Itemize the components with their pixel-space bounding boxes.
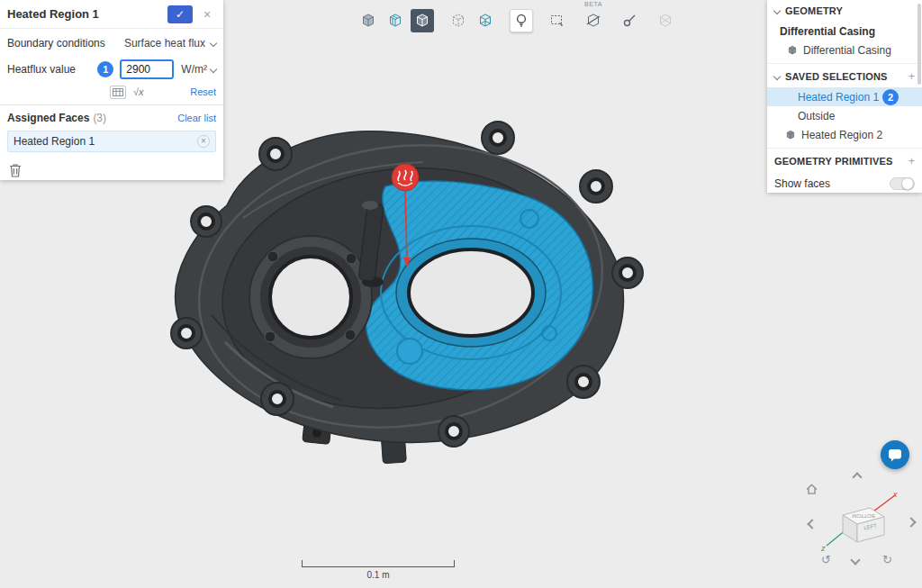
heatflux-label: Heatflux value xyxy=(7,63,76,76)
rotate-left-icon[interactable] xyxy=(807,519,817,529)
selection-label: Heated Region 1 xyxy=(798,91,879,104)
selection-item-heated-region-1[interactable]: Heated Region 1 2 xyxy=(767,87,922,106)
solid-view-icon[interactable] xyxy=(357,9,380,32)
selection-item-outside[interactable]: Outside xyxy=(767,106,922,125)
panel-title: Heated Region 1 xyxy=(7,7,99,21)
scale-bar-label: 0.1 m xyxy=(302,570,455,580)
chevron-down-icon xyxy=(210,40,217,47)
geometry-primitives-header[interactable]: GEOMETRY PRIMITIVES + xyxy=(767,150,922,172)
toggle-knob xyxy=(901,177,914,190)
geometry-section-header[interactable]: GEOMETRY xyxy=(767,0,922,22)
chat-icon xyxy=(888,448,902,462)
cube-top-face-label: BOTTOM xyxy=(852,513,875,519)
boundary-conditions-row: Boundary conditions Surface heat flux xyxy=(0,31,223,56)
divider xyxy=(767,63,922,64)
reset-link[interactable]: Reset xyxy=(190,86,216,97)
probe-point-icon[interactable] xyxy=(618,9,641,32)
wireframe-view-icon[interactable] xyxy=(474,9,497,32)
trash-row xyxy=(0,156,223,186)
selection-label: Heated Region 2 xyxy=(801,129,882,141)
geometry-header-label: GEOMETRY xyxy=(785,5,843,16)
roll-ccw-icon[interactable]: ↺ xyxy=(821,553,831,566)
chevron-down-icon xyxy=(773,73,781,80)
step-badge-1: 1 xyxy=(97,61,113,77)
show-hidden-bulb-icon[interactable] xyxy=(510,9,533,32)
beta-label: BETA xyxy=(584,1,602,7)
chevron-down-icon xyxy=(773,7,781,14)
support-chat-button[interactable] xyxy=(881,440,909,469)
boundary-conditions-value: Surface heat flux xyxy=(124,37,205,50)
show-faces-toggle[interactable] xyxy=(890,177,915,190)
geometry-child-label: Differential Casing xyxy=(803,44,891,57)
step-badge-2: 2 xyxy=(882,89,899,105)
home-view-icon[interactable] xyxy=(805,483,818,499)
unit-select[interactable]: W/m² xyxy=(181,63,216,76)
assigned-faces-count: (3) xyxy=(93,112,106,124)
x-axis-label: x xyxy=(892,490,898,499)
box-select-icon[interactable] xyxy=(546,9,569,32)
scale-bar-line xyxy=(302,560,455,567)
geometry-root-item[interactable]: Differential Casing xyxy=(767,22,922,41)
assigned-face-label: Heated Region 1 xyxy=(14,135,95,148)
orientation-widget: x z BOTTOM LEFT ↺ ↻ xyxy=(798,466,922,574)
formula-icon[interactable]: √x xyxy=(133,86,144,97)
heat-flux-marker[interactable] xyxy=(392,164,419,191)
left-bore[interactable] xyxy=(249,236,372,358)
panel-header: Heated Region 1 ✓ × xyxy=(0,0,223,29)
boundary-conditions-label: Boundary conditions xyxy=(7,37,105,50)
geometry-primitives-label: GEOMETRY PRIMITIVES xyxy=(774,156,893,167)
viewer-toolbar: BETA xyxy=(357,9,677,32)
scale-bar: 0.1 m xyxy=(302,560,455,580)
cube-icon xyxy=(785,130,796,140)
add-primitive-icon[interactable]: + xyxy=(908,155,915,167)
rotate-right-icon[interactable] xyxy=(906,517,916,527)
show-faces-label: Show faces xyxy=(774,177,830,190)
table-input-icon[interactable] xyxy=(110,86,126,99)
divider xyxy=(767,148,922,149)
boundary-condition-panel: Heated Region 1 ✓ × Boundary conditions … xyxy=(0,0,223,180)
boundary-conditions-select[interactable]: Surface heat flux xyxy=(124,37,216,50)
geometry-child-item[interactable]: Differential Casing xyxy=(767,41,922,59)
heatflux-input[interactable] xyxy=(120,59,174,79)
assigned-faces-header: Assigned Faces (3) Clear list xyxy=(0,105,223,127)
center-bore[interactable] xyxy=(396,239,546,347)
z-axis-label: z xyxy=(820,544,826,553)
geometry-root-label: Differential Casing xyxy=(780,25,875,38)
saved-selections-label: SAVED SELECTIONS xyxy=(785,71,888,82)
show-faces-row: Show faces xyxy=(767,172,922,195)
simulation-workbench: 0.1 m BETA xyxy=(0,0,922,588)
shaded-edges-view-icon[interactable] xyxy=(384,9,407,32)
panel-scrollbar[interactable] xyxy=(917,4,921,85)
clip-plane-icon[interactable]: BETA xyxy=(582,9,605,32)
roll-cw-icon[interactable]: ↻ xyxy=(882,553,892,566)
selection-item-heated-region-2[interactable]: Heated Region 2 xyxy=(767,125,922,144)
heatflux-row: Heatflux value 1 W/m² xyxy=(0,56,223,83)
assigned-face-item[interactable]: Heated Region 1 × xyxy=(7,131,216,152)
trash-icon[interactable] xyxy=(9,163,22,180)
saved-selections-header[interactable]: SAVED SELECTIONS + xyxy=(767,66,922,87)
rotate-up-icon[interactable] xyxy=(852,472,862,482)
mesh-tool-icon xyxy=(654,9,677,32)
clear-list-link[interactable]: Clear list xyxy=(177,113,216,123)
selection-label: Outside xyxy=(798,110,835,122)
remove-face-icon[interactable]: × xyxy=(197,135,210,148)
chevron-down-icon xyxy=(210,66,217,73)
assigned-faces-label: Assigned Faces xyxy=(7,112,89,124)
unit-value: W/m² xyxy=(181,63,207,76)
rotate-down-icon[interactable] xyxy=(850,555,860,565)
scene-tree-panel: GEOMETRY Differential Casing Differentia… xyxy=(767,0,922,193)
cube-icon xyxy=(787,45,798,56)
heatflux-tools-row: √x Reset xyxy=(0,83,223,101)
view-cube[interactable]: x z BOTTOM LEFT xyxy=(818,488,900,556)
close-button[interactable]: × xyxy=(198,5,216,23)
add-selection-icon[interactable]: + xyxy=(908,70,915,83)
transparent-view-icon[interactable] xyxy=(447,9,470,32)
face-select-icon[interactable] xyxy=(411,9,434,32)
confirm-button[interactable]: ✓ xyxy=(167,5,193,23)
